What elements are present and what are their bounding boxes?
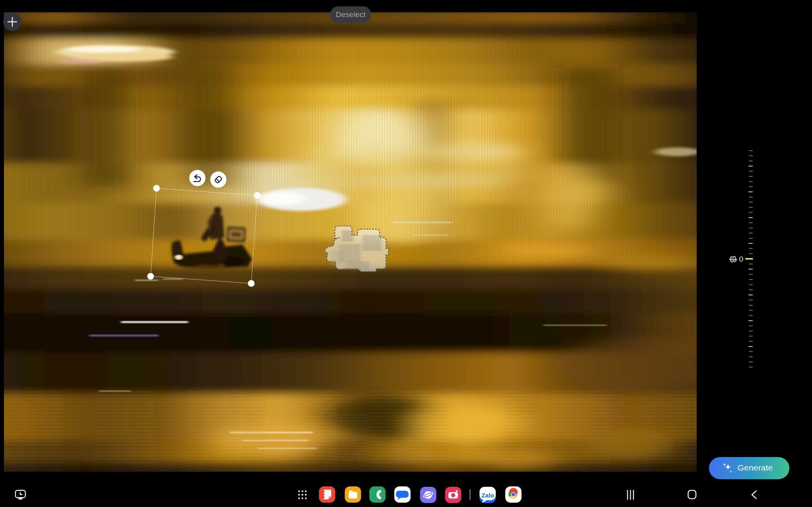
svg-text:Zalo: Zalo [481, 492, 494, 499]
